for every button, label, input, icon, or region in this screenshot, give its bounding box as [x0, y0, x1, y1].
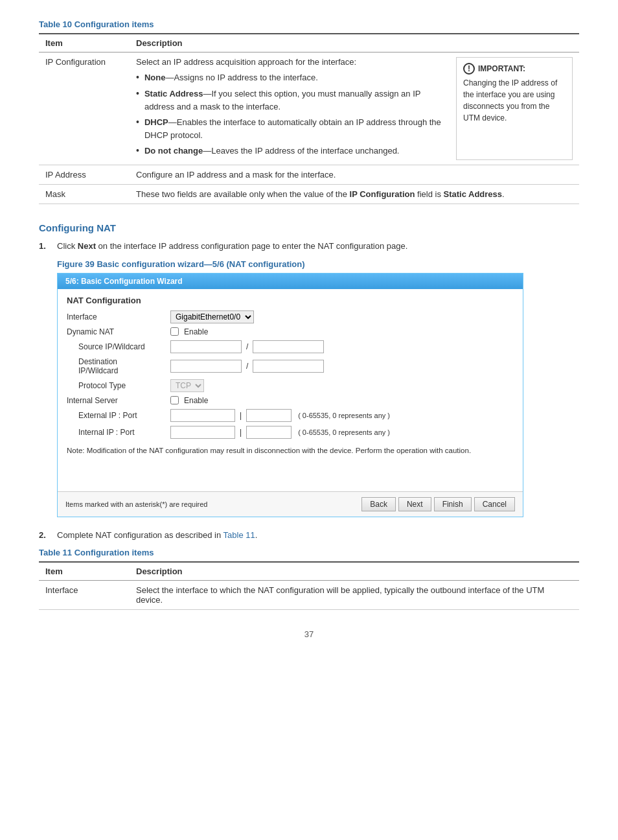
nat-section-label: NAT Configuration: [67, 296, 514, 305]
dynamic-nat-checkbox[interactable]: [170, 327, 179, 336]
wizard-row-internal-server: Internal Server Enable: [67, 396, 514, 405]
table10-item-mask: Mask: [39, 185, 130, 204]
step1: 1. Click Next on the interface IP addres…: [39, 240, 579, 253]
wizard-control-interface[interactable]: GigabitEthernet0/0: [170, 310, 254, 323]
important-box: ! IMPORTANT: Changing the IP address of …: [456, 57, 573, 160]
footer-buttons: Back Next Finish Cancel: [361, 497, 515, 511]
finish-button[interactable]: Finish: [434, 497, 472, 511]
internal-server-enable-label: Enable: [184, 396, 208, 405]
dest-ip-input[interactable]: [170, 360, 242, 373]
wizard-control-dynamic-nat[interactable]: Enable: [170, 327, 208, 336]
ip-config-bullets: None—Assigns no IP address to the interf…: [136, 71, 446, 158]
internal-ip-input[interactable]: [170, 426, 235, 439]
external-colon: |: [240, 411, 242, 420]
step2: 2. Complete NAT configuration as describ…: [39, 529, 579, 542]
wizard-row-interface: Interface GigabitEthernet0/0: [67, 310, 514, 323]
interface-select[interactable]: GigabitEthernet0/0: [170, 310, 254, 323]
internal-colon: |: [240, 428, 242, 437]
important-icon: !: [463, 63, 475, 75]
dynamic-nat-enable-label: Enable: [184, 327, 208, 336]
wizard-label-source-ip: Source IP/Wildcard: [67, 342, 170, 351]
wizard-label-interface: Interface: [67, 312, 170, 321]
page-number: 37: [39, 629, 579, 639]
wizard-label-external-ip: External IP : Port: [67, 411, 170, 420]
wizard-label-internal-server: Internal Server: [67, 396, 170, 405]
wizard-control-internal-server[interactable]: Enable: [170, 396, 208, 405]
important-label: IMPORTANT:: [478, 63, 525, 75]
internal-port-input[interactable]: [246, 426, 292, 439]
wizard-row-protocol: Protocol Type TCP: [67, 379, 514, 392]
wizard-label-dest-ip: DestinationIP/Wildcard: [67, 357, 170, 375]
table11-col-item: Item: [39, 562, 130, 581]
wizard-row-external-ip: External IP : Port | ( 0-65535, 0 repres…: [67, 409, 514, 422]
dest-slash: /: [246, 362, 248, 371]
internal-hint: ( 0-65535, 0 represents any ): [298, 428, 390, 436]
ip-config-intro: Select an IP address acquisition approac…: [136, 57, 446, 67]
wizard-note: Note: Modification of the NAT configurat…: [67, 445, 514, 456]
table11-title: Table 11 Configuration items: [39, 548, 579, 557]
table11-desc-interface: Select the interface to which the NAT co…: [130, 581, 579, 610]
wizard-control-source-ip[interactable]: /: [170, 340, 324, 353]
wizard-footer-note: Items marked with an asterisk(*) are req…: [65, 500, 207, 508]
table10-desc-mask: These two fields are available only when…: [130, 185, 579, 204]
wizard-label-protocol: Protocol Type: [67, 381, 170, 390]
wizard-footer: Items marked with an asterisk(*) are req…: [58, 491, 523, 517]
step2-text: Complete NAT configuration as described …: [57, 529, 257, 542]
protocol-select[interactable]: TCP: [170, 379, 204, 392]
table10-col-description: Description: [130, 34, 579, 52]
dest-wildcard-input[interactable]: [253, 360, 324, 373]
wizard-control-protocol[interactable]: TCP: [170, 379, 204, 392]
wizard-titlebar: 5/6: Basic Configuration Wizard: [58, 274, 523, 289]
wizard-row-source-ip: Source IP/Wildcard /: [67, 340, 514, 353]
table-row: IP Configuration Select an IP address ac…: [39, 52, 579, 165]
step2-number: 2.: [39, 530, 51, 540]
internal-server-checkbox[interactable]: [170, 396, 179, 404]
table11-link[interactable]: Table 11: [223, 530, 255, 540]
cancel-button[interactable]: Cancel: [474, 497, 515, 511]
wizard-control-dest-ip[interactable]: /: [170, 360, 324, 373]
external-ip-input[interactable]: [170, 409, 235, 422]
bullet-none: None—Assigns no IP address to the interf…: [136, 71, 446, 84]
back-button[interactable]: Back: [361, 497, 396, 511]
table10: Item Description IP Configuration Select…: [39, 33, 579, 204]
bullet-dhcp: DHCP—Enables the interface to automatica…: [136, 115, 446, 141]
important-text: Changing the IP address of the interface…: [463, 77, 566, 124]
source-wildcard-input[interactable]: [253, 340, 324, 353]
source-ip-input[interactable]: [170, 340, 242, 353]
step1-text: Click Next on the interface IP address c…: [57, 240, 407, 253]
wizard-row-dest-ip: DestinationIP/Wildcard /: [67, 357, 514, 375]
step1-number: 1.: [39, 241, 51, 251]
table10-title: Table 10 Configuration items: [39, 19, 579, 29]
table10-item-ip-address: IP Address: [39, 165, 130, 185]
next-button[interactable]: Next: [398, 497, 431, 511]
wizard-label-internal-ip: Internal IP : Port: [67, 428, 170, 437]
table10-item-ip-config: IP Configuration: [39, 52, 130, 165]
table11-item-interface: Interface: [39, 581, 130, 610]
table11: Item Description Interface Select the in…: [39, 561, 579, 610]
wizard-control-internal-ip[interactable]: | ( 0-65535, 0 represents any ): [170, 426, 390, 439]
table-row: Interface Select the interface to which …: [39, 581, 579, 610]
figure39-title: Figure 39 Basic configuration wizard—5/6…: [57, 259, 579, 269]
external-hint: ( 0-65535, 0 represents any ): [298, 412, 390, 419]
wizard-label-dynamic-nat: Dynamic NAT: [67, 327, 170, 336]
table-row: Mask These two fields are available only…: [39, 185, 579, 204]
source-slash: /: [246, 342, 248, 351]
table10-desc-ip-config: Select an IP address acquisition approac…: [130, 52, 579, 165]
wizard-box: 5/6: Basic Configuration Wizard NAT Conf…: [57, 273, 523, 517]
external-port-input[interactable]: [246, 409, 292, 422]
table11-col-description: Description: [130, 562, 579, 581]
wizard-row-internal-ip: Internal IP : Port | ( 0-65535, 0 repres…: [67, 426, 514, 439]
table10-col-item: Item: [39, 34, 130, 52]
configuring-nat-heading: Configuring NAT: [39, 222, 579, 233]
table10-desc-ip-address: Configure an IP address and a mask for t…: [130, 165, 579, 185]
wizard-row-dynamic-nat: Dynamic NAT Enable: [67, 327, 514, 336]
bullet-donotchange: Do not change—Leaves the IP address of t…: [136, 144, 446, 158]
bullet-static: Static Address—If you select this option…: [136, 87, 446, 113]
wizard-control-external-ip[interactable]: | ( 0-65535, 0 represents any ): [170, 409, 390, 422]
table-row: IP Address Configure an IP address and a…: [39, 165, 579, 185]
